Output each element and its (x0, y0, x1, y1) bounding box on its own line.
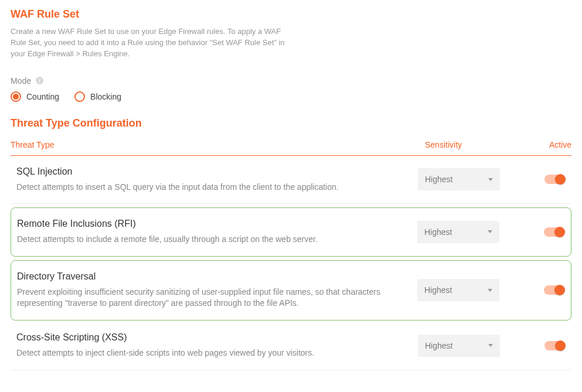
col-header-sensitivity: Sensitivity (425, 140, 530, 149)
active-toggle[interactable] (544, 341, 564, 350)
sensitivity-value: Highest (424, 227, 452, 237)
radio-counting-label: Counting (26, 92, 59, 101)
threat-name: SQL Injection (16, 166, 406, 177)
radio-icon (74, 91, 85, 102)
radio-blocking-label: Blocking (90, 92, 121, 101)
table-header: Threat Type Sensitivity Active (11, 140, 571, 156)
sensitivity-value: Highest (425, 175, 452, 184)
mode-radio-group: Counting Blocking (11, 91, 571, 102)
radio-icon (11, 91, 21, 102)
radio-blocking[interactable]: Blocking (74, 91, 121, 102)
chevron-down-icon (488, 344, 493, 347)
threat-row: Directory TraversalPrevent exploiting in… (11, 260, 571, 321)
mode-section: Mode i Counting Blocking (11, 76, 571, 102)
info-icon[interactable]: i (36, 77, 43, 84)
threat-list: SQL InjectionDetect attempts to insert a… (11, 156, 571, 370)
threat-name: Remote File Inclusions (RFI) (17, 219, 406, 229)
mode-label: Mode (11, 76, 31, 86)
section-title: Threat Type Configuration (11, 117, 571, 129)
threat-name: Cross-Site Scripting (XSS) (16, 332, 406, 343)
sensitivity-value: Highest (425, 341, 452, 350)
threat-desc: Detect attempts to include a remote file… (17, 234, 406, 246)
chevron-down-icon (488, 289, 492, 292)
sensitivity-select[interactable]: Highest (418, 335, 500, 357)
sensitivity-select[interactable]: Highest (418, 168, 500, 190)
page-description: Create a new WAF Rule Set to use on your… (11, 26, 286, 60)
chevron-down-icon (488, 178, 493, 181)
radio-counting[interactable]: Counting (11, 91, 59, 102)
threat-row: Cross-Site Scripting (XSS)Detect attempt… (11, 322, 571, 370)
sensitivity-value: Highest (424, 285, 452, 295)
threat-desc: Detect attempts to insert a SQL query vi… (16, 182, 406, 193)
threat-desc: Detect attempts to inject client-side sc… (16, 347, 406, 359)
col-header-threat: Threat Type (11, 140, 425, 149)
threat-row: SQL InjectionDetect attempts to insert a… (11, 156, 571, 204)
threat-name: Directory Traversal (17, 271, 406, 282)
chevron-down-icon (488, 230, 492, 233)
page-title: WAF Rule Set (11, 8, 571, 21)
threat-desc: Prevent exploiting insufficient security… (17, 287, 406, 309)
active-toggle[interactable] (544, 227, 564, 237)
col-header-active: Active (530, 140, 571, 149)
threat-row: Remote File Inclusions (RFI)Detect attem… (11, 207, 571, 257)
active-toggle[interactable] (544, 285, 564, 295)
sensitivity-select[interactable]: Highest (417, 279, 499, 301)
active-toggle[interactable] (544, 175, 564, 184)
sensitivity-select[interactable]: Highest (417, 221, 499, 243)
